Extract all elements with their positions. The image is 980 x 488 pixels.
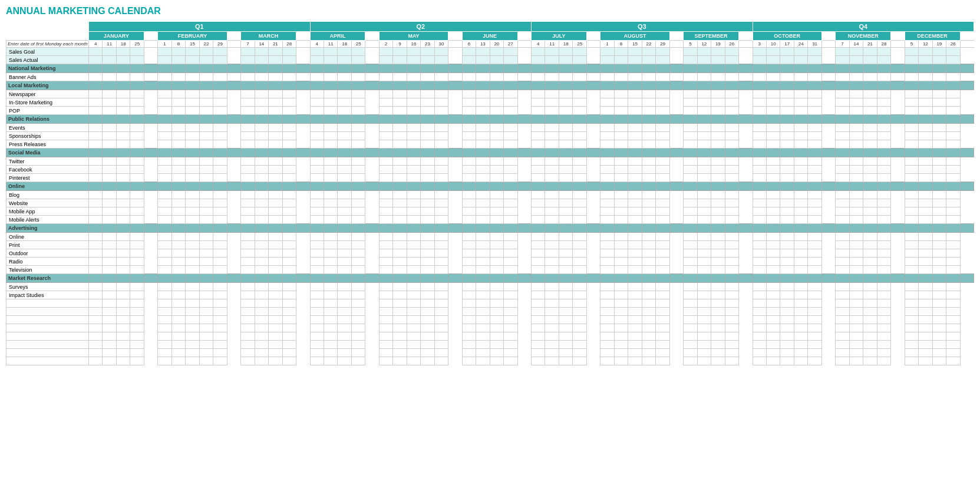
data-cell[interactable] (684, 283, 697, 291)
data-cell[interactable] (213, 241, 227, 249)
data-cell[interactable] (932, 132, 946, 140)
data-cell[interactable] (462, 258, 476, 266)
data-cell[interactable] (504, 199, 517, 207)
empty-cell[interactable] (919, 341, 932, 349)
data-cell[interactable] (490, 241, 503, 249)
data-cell[interactable] (656, 124, 669, 132)
data-cell[interactable] (711, 241, 725, 249)
data-cell[interactable] (434, 90, 448, 98)
data-cell[interactable] (241, 249, 255, 258)
data-cell[interactable] (808, 124, 821, 132)
empty-cell[interactable] (849, 308, 863, 316)
data-cell[interactable] (199, 233, 213, 241)
empty-cell[interactable] (116, 324, 130, 332)
data-cell[interactable] (600, 132, 614, 140)
empty-cell[interactable] (158, 299, 171, 308)
data-cell[interactable] (393, 107, 407, 115)
empty-cell[interactable] (490, 341, 503, 349)
empty-cell[interactable] (849, 332, 863, 341)
empty-cell[interactable] (282, 308, 296, 316)
data-cell[interactable] (490, 48, 503, 56)
data-cell[interactable] (421, 266, 434, 274)
data-cell[interactable] (282, 48, 296, 56)
empty-cell[interactable] (324, 299, 337, 308)
data-cell[interactable] (504, 258, 517, 266)
data-cell[interactable] (186, 166, 199, 174)
data-cell[interactable] (490, 56, 503, 64)
data-cell[interactable] (269, 132, 282, 140)
data-cell[interactable] (711, 124, 725, 132)
data-cell[interactable] (642, 73, 655, 81)
data-cell[interactable] (310, 48, 324, 56)
data-cell[interactable] (476, 241, 490, 249)
data-cell[interactable] (905, 48, 918, 56)
data-cell[interactable] (642, 291, 655, 299)
data-cell[interactable] (504, 132, 517, 140)
data-cell[interactable] (462, 124, 476, 132)
empty-cell[interactable] (863, 308, 877, 316)
data-cell[interactable] (171, 199, 185, 207)
data-cell[interactable] (725, 174, 738, 182)
data-cell[interactable] (711, 73, 725, 81)
data-cell[interactable] (476, 48, 490, 56)
data-cell[interactable] (766, 132, 780, 140)
data-cell[interactable] (338, 107, 351, 115)
empty-cell[interactable] (462, 324, 476, 332)
empty-cell[interactable] (642, 316, 655, 324)
empty-cell[interactable] (89, 341, 103, 349)
data-cell[interactable] (766, 157, 780, 166)
data-cell[interactable] (849, 107, 863, 115)
data-cell[interactable] (393, 73, 407, 81)
data-cell[interactable] (310, 291, 324, 299)
empty-cell[interactable] (89, 324, 103, 332)
data-cell[interactable] (255, 166, 268, 174)
data-cell[interactable] (766, 266, 780, 274)
data-cell[interactable] (310, 73, 324, 81)
data-cell[interactable] (753, 283, 766, 291)
empty-cell[interactable] (241, 308, 255, 316)
data-cell[interactable] (421, 140, 434, 149)
data-cell[interactable] (600, 107, 614, 115)
data-cell[interactable] (642, 157, 655, 166)
data-cell[interactable] (490, 98, 503, 107)
empty-cell[interactable] (905, 349, 918, 357)
empty-cell[interactable] (684, 299, 697, 308)
empty-cell[interactable] (684, 332, 697, 341)
empty-cell[interactable] (532, 299, 545, 308)
data-cell[interactable] (711, 291, 725, 299)
empty-cell[interactable] (711, 332, 725, 341)
data-cell[interactable] (877, 216, 890, 224)
data-cell[interactable] (421, 258, 434, 266)
data-cell[interactable] (863, 107, 877, 115)
data-cell[interactable] (545, 107, 559, 115)
data-cell[interactable] (711, 249, 725, 258)
empty-cell[interactable] (310, 349, 324, 357)
data-cell[interactable] (351, 207, 365, 216)
empty-cell[interactable] (780, 341, 794, 349)
data-cell[interactable] (338, 199, 351, 207)
empty-cell[interactable] (158, 357, 171, 365)
data-cell[interactable] (255, 216, 268, 224)
data-cell[interactable] (725, 191, 738, 199)
empty-cell[interactable] (836, 332, 849, 341)
data-cell[interactable] (725, 107, 738, 115)
data-cell[interactable] (490, 174, 503, 182)
empty-cell[interactable] (753, 357, 766, 365)
data-cell[interactable] (338, 283, 351, 291)
data-cell[interactable] (656, 73, 669, 81)
data-cell[interactable] (504, 241, 517, 249)
data-cell[interactable] (711, 174, 725, 182)
data-cell[interactable] (559, 199, 572, 207)
empty-cell[interactable] (766, 341, 780, 349)
empty-cell[interactable] (199, 324, 213, 332)
data-cell[interactable] (379, 241, 392, 249)
data-cell[interactable] (545, 233, 559, 241)
data-cell[interactable] (532, 233, 545, 241)
data-cell[interactable] (932, 283, 946, 291)
data-cell[interactable] (766, 48, 780, 56)
empty-cell[interactable] (338, 357, 351, 365)
data-cell[interactable] (269, 258, 282, 266)
data-cell[interactable] (282, 207, 296, 216)
data-cell[interactable] (725, 291, 738, 299)
data-cell[interactable] (863, 199, 877, 207)
